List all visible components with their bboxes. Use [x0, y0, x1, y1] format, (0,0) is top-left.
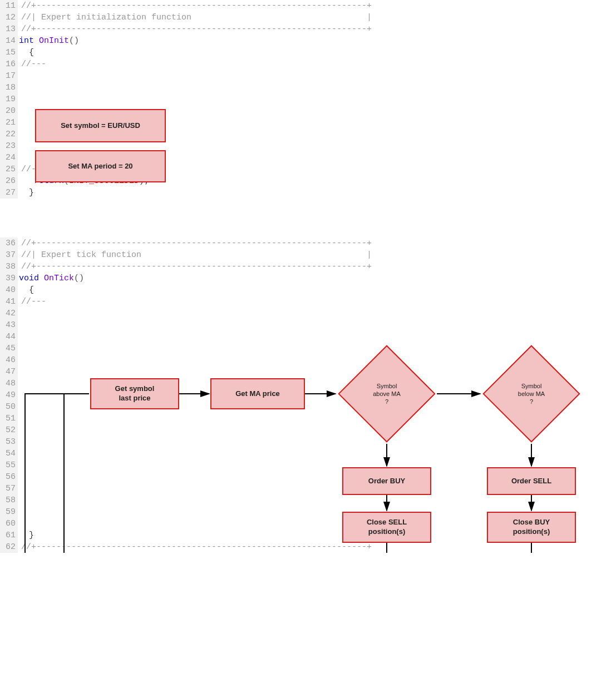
line-number: 45 [0, 343, 18, 354]
code-content [18, 354, 19, 366]
line-number: 12 [0, 12, 18, 23]
line-number: 60 [0, 518, 18, 529]
code-content [18, 366, 19, 378]
line-number: 61 [0, 529, 18, 541]
code-line: 11//+-----------------------------------… [0, 0, 616, 12]
code-content [18, 331, 19, 343]
code-content [18, 518, 19, 529]
code-content [18, 494, 19, 506]
code-content [18, 319, 19, 331]
line-number: 59 [0, 506, 18, 518]
flow-box-get-ma-price: Get MA price [210, 378, 305, 409]
flow-box-label: Close BUY position(s) [513, 518, 550, 537]
code-content: //| Expert initialization function | [18, 12, 372, 23]
code-line: 43 [0, 319, 616, 331]
code-content [18, 82, 19, 93]
code-line: 15 { [0, 47, 616, 58]
flow-diamond-label: Symbol above MA ? [337, 344, 437, 444]
code-content: } [18, 529, 34, 541]
code-content: int OnInit() [18, 35, 79, 47]
code-line: 42 [0, 308, 616, 319]
flow-box-label: Get symbol last price [115, 384, 155, 403]
code-line: 38//+-----------------------------------… [0, 261, 616, 273]
code-content [18, 117, 19, 128]
line-number: 26 [0, 175, 18, 187]
line-number: 49 [0, 389, 18, 401]
code-content: { [18, 47, 34, 58]
code-line: 27 } [0, 187, 616, 199]
line-number: 52 [0, 424, 18, 436]
flow-box-get-last-price: Get symbol last price [90, 378, 179, 409]
code-content [18, 448, 19, 459]
line-number: 54 [0, 448, 18, 459]
code-content [18, 401, 19, 413]
line-number: 62 [0, 541, 18, 553]
line-number: 19 [0, 93, 18, 105]
flow-box-label: Order SELL [511, 477, 551, 486]
line-number: 55 [0, 459, 18, 471]
code-content: //--- [18, 58, 46, 70]
line-number: 50 [0, 401, 18, 413]
code-content [18, 343, 19, 354]
line-number: 42 [0, 308, 18, 319]
flow-box-set-ma: Set MA period = 20 [35, 150, 166, 182]
code-line: 37//| Expert tick function | [0, 249, 616, 261]
line-number: 58 [0, 494, 18, 506]
flow-box-label: Close SELL position(s) [367, 518, 407, 537]
code-line: 44 [0, 331, 616, 343]
code-content: //| Expert tick function | [18, 249, 372, 261]
flow-diamond-below-ma: Symbol below MA ? [481, 344, 581, 444]
line-number: 40 [0, 284, 18, 296]
line-number: 37 [0, 249, 18, 261]
line-number: 36 [0, 237, 18, 249]
flow-diamond-label: Symbol below MA ? [481, 344, 581, 444]
code-content: //+-------------------------------------… [18, 0, 372, 12]
flow-box-set-symbol: Set symbol = EUR/USD [35, 109, 166, 142]
flow-box-label: Set MA period = 20 [68, 162, 132, 171]
line-number: 44 [0, 331, 18, 343]
line-number: 51 [0, 413, 18, 424]
flow-box-label: Set symbol = EUR/USD [61, 121, 140, 131]
code-content: } [18, 187, 34, 199]
line-number: 25 [0, 164, 18, 175]
code-content [18, 471, 19, 483]
line-number: 20 [0, 105, 18, 117]
code-content [18, 424, 19, 436]
flow-box-label: Order BUY [368, 477, 405, 486]
flow-box-close-sell: Close SELL position(s) [342, 512, 431, 543]
code-content [18, 378, 19, 389]
code-line: 12//| Expert initialization function | [0, 12, 616, 23]
line-number: 27 [0, 187, 18, 199]
code-line: 17 [0, 70, 616, 82]
code-content [18, 93, 19, 105]
flow-diamond-above-ma: Symbol above MA ? [337, 344, 437, 444]
code-line: 13//+-----------------------------------… [0, 23, 616, 35]
line-number: 48 [0, 378, 18, 389]
code-content: { [18, 284, 34, 296]
line-number: 47 [0, 366, 18, 378]
code-line: 16//--- [0, 58, 616, 70]
code-content [18, 128, 19, 140]
code-content: //+-------------------------------------… [18, 261, 372, 273]
code-line: 39void OnTick() [0, 273, 616, 284]
flow-box-label: Get MA price [235, 389, 280, 399]
line-number: 21 [0, 117, 18, 128]
code-line: 36//+-----------------------------------… [0, 237, 616, 249]
code-content [18, 506, 19, 518]
flow-box-order-sell: Order SELL [487, 467, 576, 495]
line-number: 23 [0, 140, 18, 152]
code-content [18, 308, 19, 319]
line-number: 56 [0, 471, 18, 483]
code-line: 54 [0, 448, 616, 459]
line-number: 57 [0, 483, 18, 494]
code-line: 14int OnInit() [0, 35, 616, 47]
code-content [18, 140, 19, 152]
code-content: //+-------------------------------------… [18, 23, 372, 35]
code-line: 62//+-----------------------------------… [0, 541, 616, 553]
flow-box-close-buy: Close BUY position(s) [487, 512, 576, 543]
line-number: 14 [0, 35, 18, 47]
code-content [18, 459, 19, 471]
code-line: 41//--- [0, 296, 616, 308]
code-content [18, 152, 19, 164]
line-number: 15 [0, 47, 18, 58]
